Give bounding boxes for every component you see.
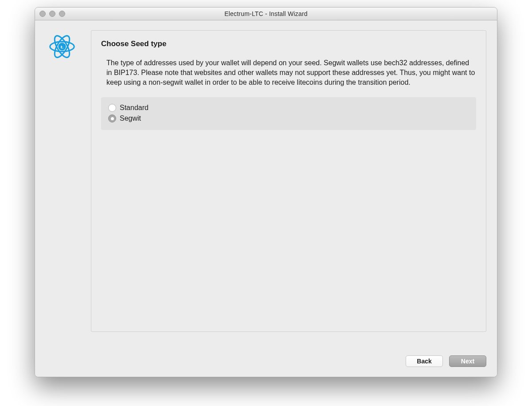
wizard-footer: Back Next — [406, 355, 486, 367]
seed-type-radio-group: Standard Segwit — [101, 97, 476, 130]
radio-label: Segwit — [120, 113, 141, 124]
radio-option-standard[interactable]: Standard — [108, 102, 469, 113]
content-panel: Choose Seed type The type of addresses u… — [91, 30, 486, 332]
back-button[interactable]: Back — [406, 355, 443, 367]
wizard-window: Electrum-LTC - Install Wizard Ł — [35, 7, 497, 377]
radio-icon — [108, 114, 116, 122]
svg-text:Ł: Ł — [61, 44, 63, 49]
radio-icon — [108, 104, 116, 112]
titlebar: Electrum-LTC - Install Wizard — [35, 8, 497, 20]
page-title: Choose Seed type — [101, 39, 476, 48]
next-button[interactable]: Next — [449, 355, 486, 367]
radio-label: Standard — [120, 102, 149, 113]
electrum-ltc-logo-icon: Ł — [48, 33, 80, 60]
window-title: Electrum-LTC - Install Wizard — [35, 10, 497, 17]
description-text: The type of addresses used by your walle… — [106, 58, 476, 87]
radio-option-segwit[interactable]: Segwit — [108, 113, 469, 124]
